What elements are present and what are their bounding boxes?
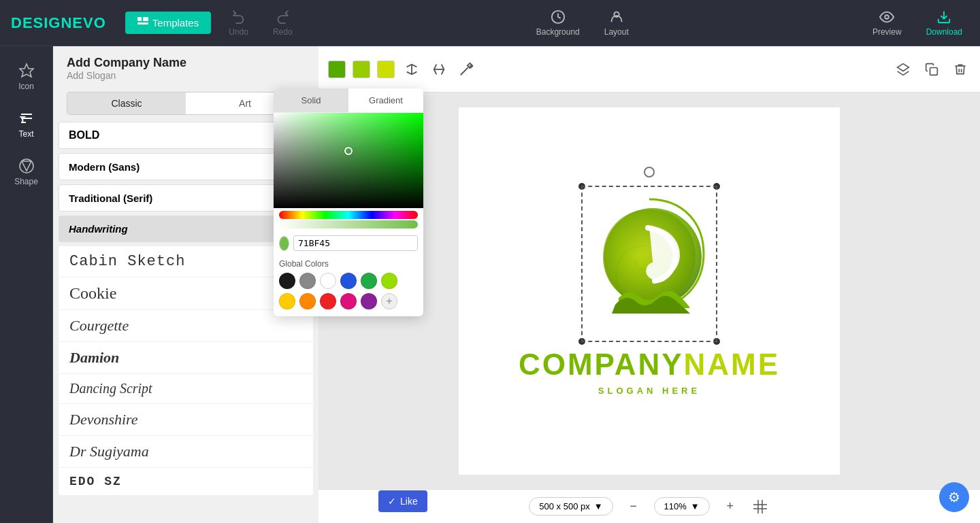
duplicate-button[interactable] bbox=[921, 59, 942, 80]
svg-rect-17 bbox=[930, 67, 938, 75]
swatch-orange[interactable] bbox=[299, 293, 316, 309]
color-picker-popup: Solid Gradient Global Colors + bbox=[274, 88, 423, 316]
size-dropdown-icon: ▼ bbox=[594, 501, 603, 511]
swatch-white[interactable] bbox=[320, 273, 336, 289]
zoom-dropdown-icon: ▼ bbox=[691, 501, 700, 511]
swatch-green[interactable] bbox=[361, 273, 377, 289]
svg-rect-1 bbox=[143, 17, 148, 19]
company-name-part2: NAME bbox=[684, 348, 781, 382]
swatch-yellow[interactable] bbox=[279, 293, 295, 309]
thumbs-up-icon: ✓ bbox=[388, 496, 396, 507]
sidebar-item-shape[interactable]: Shape bbox=[0, 148, 52, 196]
svg-rect-2 bbox=[137, 22, 148, 24]
opacity-slider[interactable] bbox=[279, 220, 418, 229]
color-current-swatch[interactable] bbox=[279, 236, 289, 251]
color-gradient-picker[interactable] bbox=[274, 113, 423, 208]
svg-text:T: T bbox=[20, 114, 26, 125]
sidebar-item-text[interactable]: T Text bbox=[0, 101, 52, 148]
magic-wand-button[interactable] bbox=[456, 59, 476, 80]
templates-button[interactable]: Templates bbox=[125, 12, 211, 34]
settings-gear-button[interactable]: ⚙ bbox=[939, 482, 969, 512]
download-button[interactable]: Download bbox=[919, 7, 969, 39]
swatch-red[interactable] bbox=[320, 293, 336, 309]
color-swatch-3[interactable] bbox=[377, 61, 395, 78]
undo-button[interactable]: Undo bbox=[222, 7, 255, 39]
font-item-dr-sugiyama[interactable]: Dr Sugiyama bbox=[59, 436, 313, 468]
swatch-lime[interactable] bbox=[381, 273, 397, 289]
color-hex-input[interactable] bbox=[293, 235, 418, 251]
global-color-swatches bbox=[274, 273, 423, 293]
canvas-size-label: 500 x 500 px bbox=[539, 501, 589, 511]
zoom-value: 110% bbox=[664, 501, 687, 511]
like-button[interactable]: ✓ Like bbox=[378, 490, 427, 512]
flip-vertical-button[interactable] bbox=[429, 59, 449, 80]
color-tab-gradient[interactable]: Gradient bbox=[348, 88, 423, 112]
zoom-out-button[interactable]: − bbox=[624, 497, 643, 516]
flip-horizontal-button[interactable] bbox=[402, 59, 422, 80]
company-name-part1: COMPANY bbox=[519, 348, 684, 382]
logo-icon-container[interactable] bbox=[581, 186, 717, 342]
svg-rect-3 bbox=[143, 19, 148, 21]
swatch-purple[interactable] bbox=[361, 293, 377, 309]
logo-canvas[interactable]: COMPANY NAME SLOGAN HERE bbox=[459, 107, 840, 475]
hue-slider[interactable] bbox=[279, 211, 418, 219]
color-hex-row bbox=[274, 233, 423, 256]
color-picker-tabs: Solid Gradient bbox=[274, 88, 423, 113]
canvas-toolbar-right bbox=[893, 59, 970, 80]
color-gradient-handle[interactable] bbox=[344, 147, 353, 155]
zoom-in-button[interactable]: + bbox=[721, 497, 740, 516]
templates-label: Templates bbox=[152, 17, 199, 29]
font-item-damion[interactable]: Damion bbox=[59, 342, 313, 374]
selection-border bbox=[581, 186, 717, 342]
global-color-swatches-row2: + bbox=[274, 293, 423, 316]
svg-line-13 bbox=[461, 67, 468, 75]
color-tab-solid[interactable]: Solid bbox=[274, 88, 348, 112]
svg-marker-7 bbox=[20, 64, 33, 77]
color-swatch-1[interactable] bbox=[328, 61, 346, 78]
canvas-size-selector[interactable]: 500 x 500 px ▼ bbox=[529, 497, 612, 516]
svg-marker-16 bbox=[898, 63, 909, 71]
layout-button[interactable]: Layout bbox=[598, 7, 636, 39]
svg-rect-0 bbox=[137, 17, 142, 21]
slogan-display[interactable]: SLOGAN HERE bbox=[598, 386, 700, 396]
tab-classic[interactable]: Classic bbox=[67, 92, 186, 114]
background-button[interactable]: Background bbox=[529, 7, 587, 39]
sidebar-item-icon[interactable]: Icon bbox=[0, 53, 52, 101]
swatch-black[interactable] bbox=[279, 273, 295, 289]
font-item-dancing-script[interactable]: Dancing Script bbox=[59, 374, 313, 404]
svg-marker-10 bbox=[22, 161, 31, 171]
templates-icon bbox=[137, 17, 148, 29]
font-style-tabs: Classic Art bbox=[67, 92, 305, 115]
delete-button[interactable] bbox=[950, 59, 970, 80]
add-color-button[interactable]: + bbox=[381, 293, 397, 309]
font-item-edo-sz[interactable]: EDO SZ bbox=[59, 468, 313, 495]
redo-button[interactable]: Redo bbox=[266, 7, 299, 39]
gear-icon: ⚙ bbox=[948, 489, 960, 505]
zoom-level-display[interactable]: 110% ▼ bbox=[654, 497, 710, 516]
app-logo: DESIGNEVO bbox=[11, 14, 106, 32]
swatch-blue[interactable] bbox=[340, 273, 357, 289]
color-swatch-2[interactable] bbox=[353, 61, 370, 78]
canvas-toolbar bbox=[318, 46, 980, 92]
global-colors-label: Global Colors bbox=[274, 256, 423, 273]
rotation-handle[interactable] bbox=[644, 167, 655, 178]
font-panel-header: Add Company Name Add Slogan bbox=[53, 46, 318, 85]
icon-sidebar: Icon T Text Shape bbox=[0, 46, 53, 523]
slogan-subheading: Add Slogan bbox=[67, 70, 305, 81]
swatch-pink[interactable] bbox=[340, 293, 357, 309]
preview-button[interactable]: Preview bbox=[866, 7, 909, 39]
svg-point-5 bbox=[885, 15, 889, 19]
company-name-display[interactable]: COMPANY NAME bbox=[519, 348, 780, 382]
grid-toggle-button[interactable] bbox=[751, 497, 770, 516]
company-name-heading: Add Company Name bbox=[67, 56, 305, 70]
swatch-gray[interactable] bbox=[299, 273, 316, 289]
font-item-devonshire[interactable]: Devonshire bbox=[59, 404, 313, 436]
layers-button[interactable] bbox=[893, 59, 913, 80]
